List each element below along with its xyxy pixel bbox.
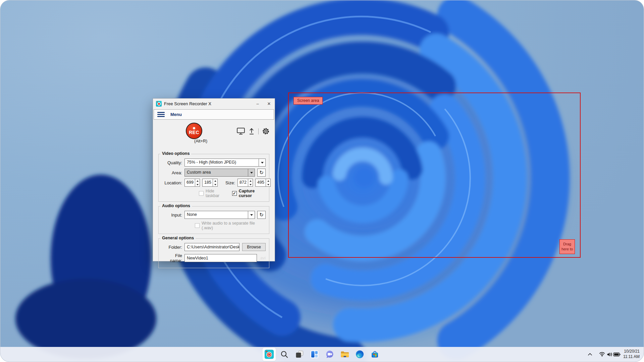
settings-gear-icon[interactable] — [262, 128, 269, 135]
tray-chevron-up-icon[interactable] — [586, 349, 594, 359]
screen-recorder-icon — [265, 350, 274, 359]
location-label: Location: — [162, 180, 182, 185]
audio-options-label: Audio options — [160, 203, 192, 208]
hide-taskbar-checkbox[interactable] — [199, 191, 204, 196]
menu-label: Menu — [170, 112, 182, 117]
audio-input-dropdown[interactable]: None — [184, 211, 255, 219]
audio-input-value: None — [185, 211, 248, 219]
volume-icon[interactable] — [606, 349, 613, 359]
taskbar-search[interactable] — [278, 348, 291, 361]
search-icon — [280, 350, 289, 359]
area-refresh-button[interactable]: ↻ — [257, 169, 266, 177]
input-label: Input: — [162, 213, 182, 218]
spinner-arrows-icon[interactable] — [248, 179, 253, 186]
folder-field[interactable]: C:\Users\Administrator\Desktop — [184, 243, 239, 251]
dropdown-arrow-icon[interactable] — [259, 159, 265, 166]
app-icon — [156, 101, 162, 107]
taskbar-widgets[interactable] — [308, 348, 321, 361]
taskbar: 10/20/21 11:11 AM — [0, 347, 644, 362]
taskbar-screen-recorder-app[interactable] — [263, 348, 276, 361]
quality-label: Quality: — [162, 160, 182, 165]
hide-taskbar-label: Hide taskbar — [206, 189, 227, 198]
monitor-icon[interactable] — [237, 128, 245, 135]
spinner-arrows-icon[interactable] — [266, 179, 270, 186]
store-icon — [371, 350, 379, 359]
battery-icon[interactable] — [613, 349, 621, 359]
record-button[interactable]: REC — [186, 123, 202, 139]
spinner-arrows-icon[interactable] — [195, 179, 200, 186]
tray-date: 10/20/21 — [623, 349, 640, 354]
audio-options-group: Audio options Input: None ↻ Write audio … — [158, 206, 269, 234]
capture-cursor-checkbox[interactable]: ✓ — [232, 191, 237, 196]
write-audio-label: Write audio to a separate file (.wav) — [202, 221, 266, 230]
location-y-value: 185 — [203, 179, 213, 186]
browse-button[interactable]: Browse — [242, 243, 266, 251]
record-toolbar: REC (Alt+R) — [158, 120, 269, 154]
hamburger-icon — [157, 112, 165, 117]
record-dot-icon — [193, 127, 195, 129]
task-view-icon — [295, 350, 304, 359]
desktop-screen: Screen area Drag here to Free Screen Rec… — [0, 0, 644, 362]
record-hotkey-hint: (Alt+R) — [194, 139, 207, 143]
size-label: Size: — [222, 180, 235, 185]
drag-label-line1: Drag — [560, 242, 575, 247]
widgets-icon — [310, 350, 319, 359]
general-options-group: General options Folder: C:\Users\Adminis… — [158, 238, 269, 268]
tray-time: 11:11 AM — [623, 354, 640, 360]
size-width-spinner[interactable]: 872 — [237, 179, 253, 187]
audio-refresh-button[interactable]: ↻ — [257, 211, 266, 219]
folder-label: Folder: — [162, 245, 182, 250]
tray-clock[interactable]: 10/20/21 11:11 AM — [623, 349, 640, 359]
dropdown-arrow-icon[interactable] — [248, 211, 255, 219]
window-title: Free Screen Recorder X — [164, 101, 211, 106]
upload-icon[interactable] — [249, 128, 255, 135]
taskbar-file-explorer[interactable] — [338, 348, 352, 361]
video-options-group: Video options Quality: 75% - High (Motio… — [158, 154, 269, 202]
free-screen-recorder-window: Free Screen Recorder X – ✕ Menu REC (Alt… — [153, 99, 275, 261]
extension-hint: .avi — [259, 256, 266, 260]
taskbar-chat[interactable] — [323, 348, 336, 361]
location-x-spinner[interactable]: 699 — [184, 179, 200, 187]
screen-capture-region[interactable]: Screen area Drag here to — [288, 93, 581, 258]
capture-cursor-label: Capture cursor — [239, 189, 266, 198]
drag-handle-label[interactable]: Drag here to — [559, 239, 575, 254]
spinner-arrows-icon[interactable] — [213, 179, 217, 186]
wifi-icon[interactable] — [598, 349, 606, 359]
menu-bar[interactable]: Menu — [154, 109, 274, 120]
edge-icon — [356, 350, 364, 359]
quality-value: 75% - High (Motion JPEG) — [185, 159, 259, 166]
filename-field[interactable]: NewVideo1 — [184, 254, 257, 262]
quality-dropdown[interactable]: 75% - High (Motion JPEG) — [184, 159, 266, 167]
size-width-value: 872 — [238, 179, 248, 186]
window-titlebar[interactable]: Free Screen Recorder X – ✕ — [153, 99, 275, 109]
size-height-spinner[interactable]: 495 — [255, 179, 271, 187]
video-options-label: Video options — [160, 151, 191, 156]
screen-area-label[interactable]: Screen area — [293, 97, 323, 105]
taskbar-task-view[interactable] — [293, 348, 306, 361]
size-height-value: 495 — [256, 179, 266, 186]
toolbar-divider — [258, 128, 259, 134]
taskbar-store[interactable] — [368, 348, 382, 361]
location-x-value: 699 — [185, 179, 195, 186]
file-explorer-icon — [340, 350, 349, 359]
dropdown-arrow-icon[interactable] — [248, 169, 255, 176]
filename-label: File name: — [162, 253, 182, 263]
drag-label-line2: here to — [560, 247, 575, 252]
minimize-button[interactable]: – — [252, 99, 263, 109]
area-dropdown[interactable]: Custom area — [184, 169, 255, 177]
area-value: Custom area — [185, 169, 248, 176]
general-options-label: General options — [160, 236, 196, 240]
location-y-spinner[interactable]: 185 — [202, 179, 218, 187]
record-button-label: REC — [189, 130, 199, 135]
taskbar-edge[interactable] — [353, 348, 367, 361]
area-label: Area: — [162, 170, 182, 175]
close-button[interactable]: ✕ — [263, 99, 275, 109]
write-audio-checkbox[interactable] — [195, 223, 200, 228]
chat-icon — [325, 350, 334, 359]
